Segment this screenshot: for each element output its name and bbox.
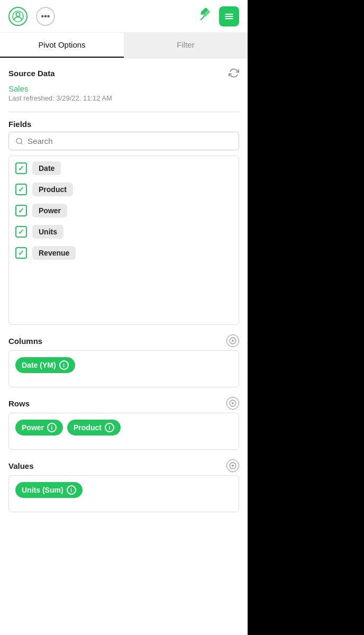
values-section: Values Units (Sum) i xyxy=(8,459,239,512)
panel-content: Source Data Sales Last refreshed: 3/29/2… xyxy=(0,58,248,635)
field-item-units: ✓ Units xyxy=(15,225,232,239)
top-bar: ••• xyxy=(0,0,248,33)
svg-point-6 xyxy=(16,138,22,143)
columns-zone: Date (YM) i xyxy=(8,350,239,387)
column-tag-date-ym[interactable]: Date (YM) i xyxy=(15,357,75,373)
rows-label: Rows xyxy=(8,399,30,408)
checkbox-product[interactable]: ✓ xyxy=(15,184,27,195)
search-icon xyxy=(15,137,23,146)
right-panel xyxy=(248,0,364,635)
source-data-section: Source Data Sales Last refreshed: 3/29/2… xyxy=(8,68,239,102)
refresh-button[interactable] xyxy=(229,68,239,81)
checkbox-date[interactable]: ✓ xyxy=(15,162,27,174)
more-options-icon[interactable]: ••• xyxy=(36,7,55,26)
fields-list: ✓ Date ✓ Product ✓ Power ✓ Units ✓ Rev xyxy=(8,156,239,325)
svg-line-7 xyxy=(21,142,22,144)
pin-icon[interactable] xyxy=(199,8,213,25)
checkbox-units[interactable]: ✓ xyxy=(15,226,27,238)
info-icon-date-ym[interactable]: i xyxy=(59,360,69,370)
tab-filter[interactable]: Filter xyxy=(124,33,248,58)
columns-section: Columns Date (YM) i xyxy=(8,334,239,387)
value-tag-units-sum[interactable]: Units (Sum) i xyxy=(15,482,83,498)
field-tag-units: Units xyxy=(32,225,63,239)
search-input[interactable] xyxy=(28,137,232,146)
row-tag-product[interactable]: Product i xyxy=(67,420,121,436)
field-item-revenue: ✓ Revenue xyxy=(15,246,232,260)
info-icon-units-sum[interactable]: i xyxy=(67,485,76,495)
svg-line-2 xyxy=(201,16,204,20)
source-refresh-time: Last refreshed: 3/29/22, 11:12 AM xyxy=(8,94,239,102)
field-item-product: ✓ Product xyxy=(15,183,232,196)
values-label: Values xyxy=(8,461,34,470)
top-bar-left: ••• xyxy=(8,7,55,26)
field-tag-revenue: Revenue xyxy=(32,246,76,260)
fields-section: Fields ✓ Date ✓ Product ✓ xyxy=(8,120,239,325)
field-item-date: ✓ Date xyxy=(15,161,232,175)
avatar-icon[interactable] xyxy=(8,7,28,26)
tab-pivot-options[interactable]: Pivot Options xyxy=(0,33,124,58)
rows-zone: Power i Product i xyxy=(8,413,239,450)
fields-label: Fields xyxy=(8,120,31,129)
checkbox-power[interactable]: ✓ xyxy=(15,205,27,216)
field-tag-date: Date xyxy=(32,161,61,175)
rows-add-button[interactable] xyxy=(226,397,239,410)
field-tag-power: Power xyxy=(32,204,67,217)
divider xyxy=(8,112,239,112)
columns-label: Columns xyxy=(8,337,42,346)
top-bar-right xyxy=(199,6,239,26)
rows-section: Rows Power i Product i xyxy=(8,397,239,450)
hamburger-menu-icon[interactable] xyxy=(219,6,239,26)
search-box xyxy=(8,132,239,150)
row-tag-power[interactable]: Power i xyxy=(15,420,63,436)
info-icon-product[interactable]: i xyxy=(105,423,114,432)
svg-point-0 xyxy=(16,12,20,16)
source-name: Sales xyxy=(8,84,239,93)
values-zone: Units (Sum) i xyxy=(8,475,239,512)
values-add-button[interactable] xyxy=(226,459,239,472)
tabs: Pivot Options Filter xyxy=(0,33,248,58)
info-icon-power[interactable]: i xyxy=(47,423,57,432)
field-tag-product: Product xyxy=(32,183,73,196)
source-data-title: Source Data xyxy=(8,69,55,78)
checkbox-revenue[interactable]: ✓ xyxy=(15,247,27,259)
columns-add-button[interactable] xyxy=(226,334,239,347)
field-item-power: ✓ Power xyxy=(15,204,232,217)
